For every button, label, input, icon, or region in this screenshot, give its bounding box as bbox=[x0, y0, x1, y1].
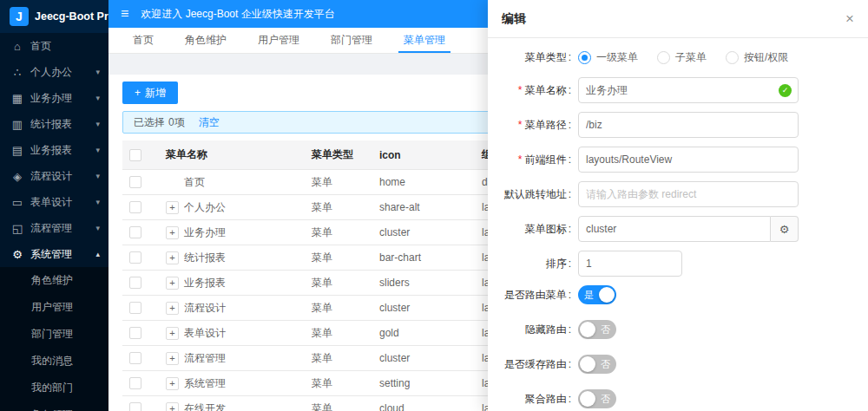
radio-icon bbox=[578, 51, 591, 64]
menu-type-radio-group: 一级菜单 子菜单 按钮/权限 bbox=[578, 50, 799, 65]
row-checkbox[interactable] bbox=[129, 251, 141, 264]
menu-path-input[interactable] bbox=[578, 112, 799, 138]
expand-icon[interactable]: + bbox=[166, 402, 179, 411]
expand-icon[interactable]: + bbox=[166, 201, 179, 214]
tab-user-management[interactable]: 用户管理 bbox=[242, 28, 315, 53]
edit-drawer: 编辑 × 菜单类型 一级菜单 子菜单 按钮/权限 菜单名称 bbox=[488, 0, 868, 411]
sidebar-item-label: 用户管理 bbox=[31, 300, 100, 315]
row-checkbox[interactable] bbox=[129, 327, 141, 339]
row-checkbox[interactable] bbox=[129, 176, 141, 188]
column-header-menu-name: 菜单名称 bbox=[159, 140, 305, 170]
sidebar-item-home[interactable]: ⌂ 首页 bbox=[0, 33, 108, 59]
icon-cell: setting bbox=[372, 371, 475, 396]
chevron-down-icon: ▾ bbox=[95, 224, 100, 232]
collapse-menu-icon[interactable]: ≡ bbox=[121, 7, 128, 21]
field-label: 隐藏路由 bbox=[488, 323, 578, 337]
chevron-down-icon: ▾ bbox=[95, 172, 100, 180]
tab-home[interactable]: 首页 bbox=[117, 28, 169, 53]
menu-name-cell: 流程设计 bbox=[184, 301, 226, 316]
menu-type-cell: 菜单 bbox=[305, 271, 372, 296]
row-checkbox[interactable] bbox=[129, 377, 141, 389]
sidebar-item-role-maintenance[interactable]: 角色维护 bbox=[0, 267, 108, 294]
icon-cell: home bbox=[372, 170, 475, 195]
expand-icon[interactable]: + bbox=[166, 302, 179, 315]
app-logo[interactable]: J Jeecg-Boot Pro bbox=[0, 0, 108, 33]
sidebar-item-label: 流程管理 bbox=[30, 221, 89, 236]
icon-picker-button[interactable]: ⚙ bbox=[771, 216, 799, 242]
plus-icon: + bbox=[135, 87, 141, 99]
sidebar-item-user-management[interactable]: 用户管理 bbox=[0, 294, 108, 321]
radio-sub-menu[interactable]: 子菜单 bbox=[657, 50, 707, 65]
sidebar-item-my-messages[interactable]: 我的消息 bbox=[0, 348, 108, 375]
sidebar-item-form-design[interactable]: ▭ 表单设计 ▾ bbox=[0, 189, 108, 215]
tab-role-maintenance[interactable]: 角色维护 bbox=[169, 28, 242, 53]
radio-top-level-menu[interactable]: 一级菜单 bbox=[578, 50, 638, 65]
chevron-down-icon: ▾ bbox=[95, 68, 100, 76]
sidebar-item-process-design[interactable]: ◈ 流程设计 ▾ bbox=[0, 163, 108, 189]
tab-menu-management[interactable]: 菜单管理 bbox=[388, 28, 461, 53]
sidebar-submenu: 角色维护 用户管理 部门管理 我的消息 我的部门 角色管理 bbox=[0, 267, 108, 411]
select-all-checkbox[interactable] bbox=[129, 149, 141, 161]
menu-name-cell: 流程管理 bbox=[184, 351, 226, 366]
route-menu-toggle[interactable]: 是 bbox=[578, 285, 616, 304]
menu-type-cell: 菜单 bbox=[305, 346, 372, 371]
menu-icon-input[interactable] bbox=[578, 216, 771, 242]
expand-icon[interactable]: + bbox=[166, 226, 179, 239]
sidebar-item-role-management[interactable]: 角色管理 bbox=[0, 401, 108, 411]
redirect-row: 默认跳转地址 bbox=[488, 181, 868, 207]
sidebar-item-statistics-report[interactable]: ▥ 统计报表 ▾ bbox=[0, 111, 108, 137]
sidebar-item-label: 业务办理 bbox=[30, 91, 89, 106]
sidebar-item-department-management[interactable]: 部门管理 bbox=[0, 321, 108, 348]
row-checkbox[interactable] bbox=[129, 226, 141, 238]
menu-type-cell: 菜单 bbox=[305, 371, 372, 396]
sort-input[interactable] bbox=[578, 251, 682, 277]
sidebar-item-process-management[interactable]: ◱ 流程管理 ▾ bbox=[0, 215, 108, 241]
menu-name-cell: 首页 bbox=[184, 175, 205, 190]
switch-knob bbox=[580, 391, 595, 407]
expand-icon[interactable]: + bbox=[166, 352, 179, 365]
row-checkbox[interactable] bbox=[129, 352, 141, 364]
sidebar-item-label: 部门管理 bbox=[31, 327, 100, 342]
add-button[interactable]: + 新增 bbox=[122, 82, 178, 104]
sidebar-item-label: 首页 bbox=[30, 39, 100, 54]
field-label: 前端组件 bbox=[488, 153, 578, 167]
expand-icon[interactable]: + bbox=[166, 377, 179, 390]
sidebar-item-business-handling[interactable]: ▦ 业务办理 ▾ bbox=[0, 85, 108, 111]
chevron-down-icon: ▾ bbox=[95, 198, 100, 206]
menu-type-row: 菜单类型 一级菜单 子菜单 按钮/权限 bbox=[488, 50, 868, 65]
flow-icon: ◈ bbox=[11, 170, 23, 183]
component-row: 前端组件 bbox=[488, 147, 868, 173]
field-label: 菜单图标 bbox=[488, 222, 578, 237]
redirect-input[interactable] bbox=[578, 181, 799, 207]
switch-knob bbox=[580, 322, 595, 337]
aggregate-route-toggle[interactable]: 否 bbox=[578, 389, 616, 408]
row-checkbox[interactable] bbox=[129, 402, 141, 411]
row-checkbox[interactable] bbox=[129, 302, 141, 314]
expand-icon[interactable]: + bbox=[166, 327, 179, 340]
cache-route-toggle[interactable]: 否 bbox=[578, 355, 616, 374]
column-header-icon: icon bbox=[372, 140, 475, 170]
radio-button-permission[interactable]: 按钮/权限 bbox=[726, 50, 788, 65]
field-label: 菜单路径 bbox=[488, 118, 578, 133]
field-label: 是否路由菜单 bbox=[488, 288, 578, 303]
row-checkbox[interactable] bbox=[129, 277, 141, 289]
sidebar-item-personal-office[interactable]: ∴ 个人办公 ▾ bbox=[0, 59, 108, 85]
sidebar-item-my-department[interactable]: 我的部门 bbox=[0, 375, 108, 401]
menu-name-input[interactable] bbox=[578, 77, 799, 103]
sidebar-item-system-management[interactable]: ⚙ 系统管理 ▴ bbox=[0, 241, 108, 267]
expand-icon[interactable]: + bbox=[166, 251, 179, 264]
close-icon[interactable]: × bbox=[845, 11, 854, 26]
sidebar-item-business-report[interactable]: ▤ 业务报表 ▾ bbox=[0, 137, 108, 163]
valid-check-icon: ✓ bbox=[779, 84, 792, 97]
sidebar-item-label: 角色维护 bbox=[31, 273, 100, 288]
row-checkbox[interactable] bbox=[129, 201, 141, 213]
icon-cell: cluster bbox=[372, 220, 475, 245]
hide-route-toggle[interactable]: 否 bbox=[578, 320, 616, 339]
clear-selection-link[interactable]: 清空 bbox=[199, 115, 220, 130]
expand-icon[interactable]: + bbox=[166, 277, 179, 290]
tab-department-management[interactable]: 部门管理 bbox=[315, 28, 388, 53]
chevron-down-icon: ▾ bbox=[95, 120, 100, 128]
bar-chart-icon: ▥ bbox=[11, 118, 23, 131]
component-input[interactable] bbox=[578, 147, 799, 173]
gear-icon: ⚙ bbox=[11, 248, 23, 261]
